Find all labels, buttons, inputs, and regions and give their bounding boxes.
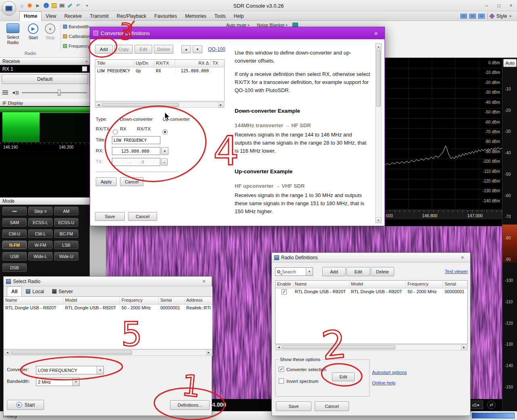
converter-save-button[interactable]: Save — [95, 212, 125, 221]
radio-definitions-cancel-button[interactable]: Cancel — [315, 401, 349, 411]
mode-usb-button[interactable]: USB — [2, 252, 27, 260]
span-swap-button[interactable]: ⇄ — [487, 401, 496, 409]
down-converter-radio[interactable] — [113, 129, 118, 134]
style-label[interactable]: Style — [496, 13, 507, 19]
select-radio-hscrollbar[interactable]: ◀ ▶ — [4, 349, 212, 356]
tx-offset-spinner[interactable]: ▲ — [161, 158, 168, 166]
move-down-button[interactable]: ▼ — [193, 45, 202, 53]
tab-receive[interactable]: Receive — [60, 11, 86, 21]
main-frequency-axis[interactable]: 600 146.800 147.000 — [385, 210, 502, 219]
volume-slider[interactable] — [22, 92, 87, 93]
default-button[interactable]: Default — [2, 74, 88, 84]
rx-offset-dropdown[interactable]: ▼ — [161, 147, 168, 155]
radio-definitions-titlebar[interactable]: Radio Definitions × — [272, 253, 470, 262]
frequency-readout[interactable]: 4.000 — [212, 401, 226, 408]
tab-tools[interactable]: Tools — [210, 11, 230, 21]
tab-rec-playback[interactable]: Rec/Playback — [113, 11, 150, 21]
stop-button[interactable]: ■ Stop — [42, 23, 58, 51]
converter-vscrollbar[interactable]: ▲ ▼ — [375, 43, 382, 223]
bandwidth-control[interactable]: Bandwidth — [63, 24, 89, 29]
mode-lsb-button[interactable]: LSB — [54, 241, 78, 249]
mode-wide-u-button[interactable]: Wide-U — [54, 252, 78, 260]
frequency-control[interactable]: Frequency — [63, 44, 90, 48]
title-input[interactable] — [112, 136, 160, 144]
mode-step-button[interactable]: Step≡ — [28, 207, 53, 215]
online-help-link[interactable]: Online help — [372, 380, 395, 385]
converter-form-cancel-button[interactable]: Cancel — [120, 177, 143, 186]
mode-cw-l-button[interactable]: CW-L — [28, 229, 53, 238]
minimize-button[interactable]: – — [481, 1, 493, 10]
tab-favourites[interactable]: Favourites — [150, 11, 181, 21]
mode-w-fm-button[interactable]: W-FM — [28, 241, 53, 249]
radio-definitions-save-button[interactable]: Save — [276, 401, 311, 411]
edit-converter-button[interactable]: Edit — [332, 372, 355, 381]
converter-titlebar[interactable]: Converter Definitions × — [90, 27, 385, 39]
autostart-options-link[interactable]: Autostart options — [372, 370, 407, 375]
rx-option-box[interactable] — [82, 66, 87, 71]
undo-icon[interactable]: ↶ — [75, 2, 81, 8]
level-scale-strip[interactable]: Auto -10-20-30-40-50-60-70-80-90-100-110… — [502, 58, 517, 411]
app-logo[interactable] — [2, 1, 16, 16]
add-radio-button[interactable]: Add — [322, 267, 346, 276]
mode-ecss-u-button[interactable]: ECSS-U — [54, 218, 78, 227]
radio-list-row[interactable]: RTL Dongle USB - R820T RTL Dongle USB - … — [4, 304, 212, 312]
tab-help[interactable]: Help — [230, 11, 248, 21]
panel-chevron-icon[interactable]: ▾ — [86, 60, 87, 63]
tab-transmit[interactable]: Transmit — [86, 11, 113, 21]
search-input[interactable]: Search ▾ — [275, 267, 313, 276]
tab-home[interactable]: Home — [19, 11, 42, 21]
mode-more-button[interactable]: ••• — [2, 207, 27, 215]
zoom-button[interactable]: x5▶ — [469, 401, 483, 409]
mode-wide-l-button[interactable]: Wide-L — [28, 252, 53, 260]
bandwidth-select[interactable]: 2 MHz ▾ — [36, 378, 80, 386]
definitions-table-row[interactable]: ✓ RTL Dongle USB - R820T RTL Dongle USB … — [275, 288, 467, 296]
mode-bc-fm-button[interactable]: BC-FM — [54, 229, 78, 238]
converter-copy-button[interactable]: Copy — [114, 45, 133, 54]
converter-cancel-button[interactable]: Cancel — [128, 212, 157, 221]
text-viewer-link[interactable]: Text viewer — [445, 269, 468, 274]
tab-memories[interactable]: Memories — [181, 11, 210, 21]
auto-gain-button[interactable]: Auto — [503, 59, 517, 67]
enable-checkbox[interactable]: ✓ — [282, 289, 287, 294]
select-radio-button[interactable]: Select Radio — [2, 23, 23, 51]
volume-slider-thumb[interactable] — [58, 90, 61, 96]
dsp-icon[interactable] — [292, 23, 298, 27]
panel-splitter[interactable] — [90, 226, 106, 278]
calibration-control[interactable]: Calibration — [63, 34, 90, 39]
definitions-hscrollbar[interactable]: ◀ ▶ — [275, 344, 468, 351]
maximize-button[interactable]: □ — [493, 1, 505, 10]
radio-definitions-close-icon[interactable]: × — [457, 254, 468, 261]
converter-delete-button[interactable]: Delete — [154, 45, 173, 54]
save-icon[interactable] — [52, 3, 57, 8]
converter-hscrollbar[interactable]: ◀ ▶ — [95, 102, 225, 108]
mode-sam-button[interactable]: SAM — [2, 218, 27, 227]
gear-icon[interactable] — [27, 3, 32, 8]
layout-icon-1[interactable] — [460, 14, 467, 19]
edit-radio-button[interactable]: Edit — [347, 267, 370, 276]
mode-am-button[interactable]: AM — [54, 207, 78, 215]
download-icon[interactable]: ↓ — [44, 3, 49, 8]
converter-table-row[interactable]: LOW FREQUENCY Up RX 125.000.000 — [95, 67, 224, 75]
select-radio-close-icon[interactable]: × — [199, 278, 209, 285]
tab-server[interactable]: Server — [48, 287, 77, 296]
start-button[interactable]: ▶ Start — [25, 23, 41, 51]
qo100-link[interactable]: QO-100 — [208, 46, 225, 52]
if-waterfall[interactable] — [0, 151, 90, 197]
tab-view[interactable]: View — [42, 11, 60, 21]
rx-offset-input[interactable] — [112, 147, 160, 155]
down-converter-label[interactable]: Down-converter — [120, 117, 153, 122]
mode-cw-u-button[interactable]: CW-U — [2, 229, 27, 238]
converter-select[interactable]: LOW FREQUENCY ▾ — [36, 366, 104, 374]
mode-ecss-l-button[interactable]: ECSS-L — [28, 218, 53, 227]
move-up-button[interactable]: ▲ — [181, 45, 191, 53]
main-spectrum-display[interactable]: 0 dBm-10 dBm-20 dBm-30 dBm-40 dBm-50 dBm… — [385, 58, 502, 210]
rx-radio-label[interactable]: RX — [120, 126, 126, 131]
if-spectrum-display[interactable] — [0, 106, 90, 142]
invert-spectrum-checkbox[interactable] — [279, 378, 284, 384]
speaker-icon[interactable]: ◄))) — [11, 90, 19, 95]
style-chevron-icon[interactable]: ▾ — [509, 14, 511, 18]
play-icon[interactable]: ▶ — [35, 2, 41, 8]
levels-icon[interactable] — [2, 90, 8, 95]
up-converter-label[interactable]: Up-converter — [163, 117, 189, 122]
toolbar-chevron-icon[interactable]: ▾ — [84, 2, 90, 8]
